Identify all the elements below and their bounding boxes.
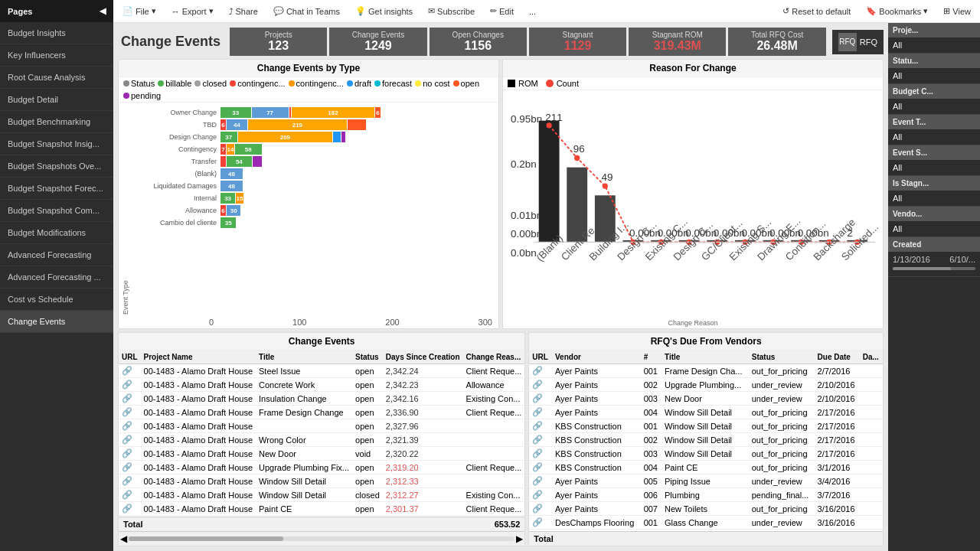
table-row[interactable]: 🔗 00-1483 - Alamo Draft House Steel Issu… <box>119 364 524 378</box>
table-row[interactable]: 🔗 00-1483 - Alamo Draft House Window Sil… <box>119 488 524 502</box>
reset-button[interactable]: ↺ Reset to default <box>779 5 854 18</box>
cell-url[interactable]: 🔗 <box>119 378 141 392</box>
edit-button[interactable]: ✏ Edit <box>487 5 517 18</box>
scroll-track[interactable] <box>129 536 514 541</box>
cell-url[interactable]: 🔗 <box>529 419 552 433</box>
table-row[interactable]: 🔗 KBS Construction 002 Window Sill Detai… <box>529 433 883 447</box>
cell-status: under_review <box>749 392 815 406</box>
table-row[interactable]: 🔗 00-1483 - Alamo Draft House Concrete W… <box>119 378 524 392</box>
bar-segment: 209 <box>238 132 333 142</box>
table-row[interactable]: 🔗 Ayer Paints 007 New Toilets out_for_pr… <box>529 502 883 516</box>
sidebar-item[interactable]: Budget Detail <box>0 89 113 111</box>
cell-url[interactable]: 🔗 <box>529 433 552 447</box>
cell-url[interactable]: 🔗 <box>529 502 552 516</box>
cell-url[interactable]: 🔗 <box>119 447 141 461</box>
table-row[interactable]: 🔗 00-1483 - Alamo Draft House open 2,327… <box>119 419 524 433</box>
table-row[interactable]: 🔗 Ayer Paints 004 Window Sill Detail out… <box>529 406 883 419</box>
rfq-table-wrap[interactable]: URL Vendor # Title Status Due Date Da... <box>529 350 883 531</box>
cell-title: Window Sill Detail <box>662 419 749 433</box>
table-row[interactable]: 🔗 Ayer Paints 006 Plumbing pending_final… <box>529 488 883 502</box>
chat-button[interactable]: 💬 Chat in Teams <box>270 5 343 18</box>
cell-url[interactable]: 🔗 <box>119 433 141 447</box>
cell-vendor: Ayer Paints <box>552 502 641 516</box>
sidebar-item[interactable]: Advanced Forecasting ... <box>0 266 113 289</box>
sidebar-item[interactable]: Budget Snapshot Forec... <box>0 178 113 200</box>
cell-due: 2/17/2016 <box>815 406 860 419</box>
status-filter-value[interactable]: All <box>888 68 980 83</box>
table-row[interactable]: 🔗 00-1483 - Alamo Draft House Upgrade Pl… <box>119 461 524 474</box>
sidebar-item[interactable]: Budget Modifications <box>0 222 113 244</box>
share-button[interactable]: ⤴ Share <box>226 5 261 18</box>
created-filter-slider[interactable]: 1/13/2016 6/10/... <box>888 252 980 276</box>
scroll-left-icon[interactable]: ◀ <box>120 533 127 544</box>
budget-filter-value[interactable]: All <box>888 99 980 114</box>
table-row[interactable]: 🔗 KBS Construction 003 Window Sill Detai… <box>529 447 883 461</box>
cell-url[interactable]: 🔗 <box>529 406 552 419</box>
table-row[interactable]: 🔗 Ayer Paints 003 New Door under_review … <box>529 392 883 406</box>
sidebar-item[interactable]: Root Cause Analysis <box>0 67 113 89</box>
cell-url[interactable]: 🔗 <box>529 378 552 392</box>
cell-url[interactable]: 🔗 <box>119 474 141 488</box>
cell-url[interactable]: 🔗 <box>119 364 141 378</box>
export-button[interactable]: ↔ Export ▾ <box>168 5 217 18</box>
ce-scroll-bar[interactable]: ◀ ▶ <box>119 531 524 546</box>
event-status-filter-value[interactable]: All <box>888 160 980 175</box>
table-row[interactable]: 🔗 00-1483 - Alamo Draft House Window Sil… <box>119 474 524 488</box>
bookmarks-button[interactable]: 🔖 Bookmarks ▾ <box>863 5 931 18</box>
collapse-icon[interactable]: ◀ <box>100 6 106 16</box>
sidebar-item[interactable]: Change Events <box>0 311 113 333</box>
insights-button[interactable]: 💡 Get insights <box>352 5 416 18</box>
subscribe-button[interactable]: ✉ Subscribe <box>425 5 478 18</box>
cell-url[interactable]: 🔗 <box>119 502 141 516</box>
table-row[interactable]: 🔗 00-1483 - Alamo Draft House Frame Desi… <box>119 406 524 419</box>
project-filter-value[interactable]: All <box>888 37 980 53</box>
vendor-filter-value[interactable]: All <box>888 221 980 236</box>
file-button[interactable]: 📄 File ▾ <box>119 5 159 18</box>
table-row[interactable]: 🔗 00-1483 - Alamo Draft House Insulation… <box>119 392 524 406</box>
table-row[interactable]: 🔗 Ayer Paints 001 Frame Design Cha... ou… <box>529 364 883 378</box>
more-button[interactable]: ... <box>526 5 539 18</box>
cell-url[interactable]: 🔗 <box>529 364 552 378</box>
table-row[interactable]: 🔗 DesChamps Flooring 001 Glass Change un… <box>529 516 883 530</box>
sidebar-item[interactable]: Cost vs Schedule <box>0 289 113 311</box>
sidebar-items: Budget InsightsKey InfluencersRoot Cause… <box>0 22 113 333</box>
kpi-label: Change Events <box>335 31 420 39</box>
event-type-filter-value[interactable]: All <box>888 129 980 145</box>
cell-url[interactable]: 🔗 <box>529 474 552 488</box>
table-row[interactable]: 🔗 00-1483 - Alamo Draft House New Door v… <box>119 447 524 461</box>
cell-url[interactable]: 🔗 <box>119 392 141 406</box>
cell-url[interactable]: 🔗 <box>119 461 141 474</box>
slider-track[interactable] <box>893 267 975 270</box>
cell-url[interactable]: 🔗 <box>529 447 552 461</box>
sidebar-item[interactable]: Budget Benchmarking <box>0 111 113 133</box>
is-stagnant-filter-value[interactable]: All <box>888 191 980 206</box>
legend-item: contingenc... <box>230 79 285 88</box>
kpi-label: Projects <box>236 31 321 39</box>
cell-url[interactable]: 🔗 <box>119 406 141 419</box>
table-row[interactable]: 🔗 00-1483 - Alamo Draft House Paint CE o… <box>119 502 524 516</box>
sidebar-item[interactable]: Budget Insights <box>0 22 113 44</box>
cell-url[interactable]: 🔗 <box>529 488 552 502</box>
ce-table-wrap[interactable]: URL Project Name Title Status Days Since… <box>119 350 524 517</box>
view-button[interactable]: ⊞ View <box>940 5 974 18</box>
sidebar-item[interactable]: Advanced Forecasting <box>0 244 113 266</box>
cell-url[interactable]: 🔗 <box>529 461 552 474</box>
rfq-col-url: URL <box>529 350 552 364</box>
sidebar-item[interactable]: Budget Snapshot Com... <box>0 200 113 222</box>
table-row[interactable]: 🔗 Ayer Paints 002 Upgrade Plumbing... un… <box>529 378 883 392</box>
sidebar-item[interactable]: Key Influencers <box>0 44 113 67</box>
cell-url[interactable]: 🔗 <box>529 392 552 406</box>
sidebar-item[interactable]: Budget Snapshots Ove... <box>0 155 113 178</box>
table-row[interactable]: 🔗 00-1483 - Alamo Draft House Wrong Colo… <box>119 433 524 447</box>
table-row[interactable]: 🔗 Ayer Paints 005 Piping Issue under_rev… <box>529 474 883 488</box>
table-row[interactable]: 🔗 KBS Construction 004 Paint CE out_for_… <box>529 461 883 474</box>
cell-url[interactable]: 🔗 <box>119 488 141 502</box>
cell-url[interactable]: 🔗 <box>119 419 141 433</box>
sidebar-item[interactable]: Budget Snapshot Insig... <box>0 133 113 155</box>
bar-label: TBD <box>139 121 219 129</box>
cell-da <box>860 433 883 447</box>
table-row[interactable]: 🔗 KBS Construction 001 Window Sill Detai… <box>529 419 883 433</box>
scroll-right-icon[interactable]: ▶ <box>516 533 523 544</box>
cell-url[interactable]: 🔗 <box>529 516 552 530</box>
cell-title: Window Sill Detail <box>662 433 749 447</box>
